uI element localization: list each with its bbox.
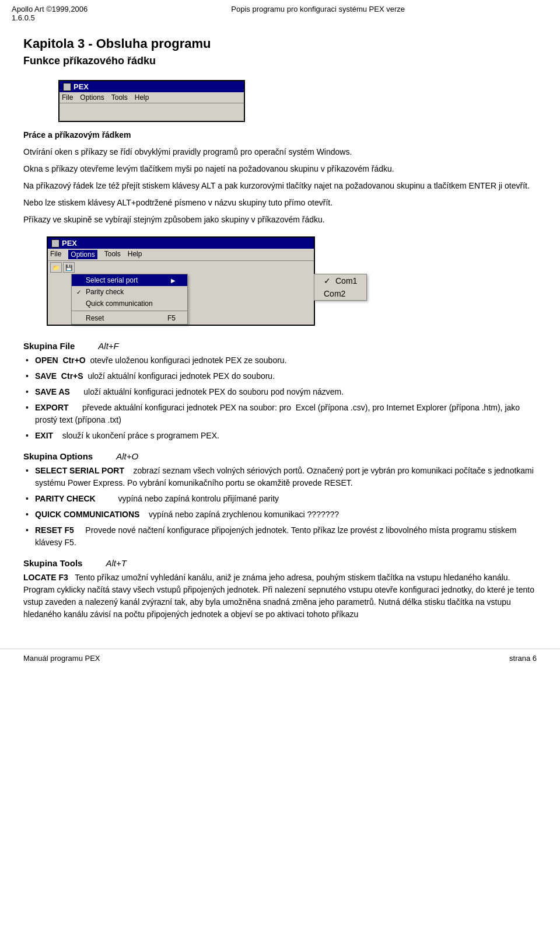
- skupina-file-label: Skupina File: [23, 341, 75, 351]
- menu-options-2[interactable]: Options: [68, 250, 97, 259]
- pex-body-1: [60, 103, 244, 121]
- menu-tools-2[interactable]: Tools: [104, 250, 121, 259]
- menu-file-1[interactable]: File: [62, 93, 73, 102]
- dropdown-label-reset: Reset: [86, 314, 104, 322]
- skupina-file-header: Skupina File Alt+F: [23, 341, 537, 351]
- skupina-options-list: SELECT SERIAL PORT zobrazí seznam všech …: [23, 465, 537, 549]
- pex-titlebar-2: PEX: [48, 238, 314, 249]
- skupina-tools-label: Skupina Tools: [23, 558, 82, 568]
- file-save: SAVE Ctr+S uloží aktuální konfiguraci je…: [23, 370, 537, 382]
- pex-window-icon-2: [51, 239, 60, 248]
- pex-menubar-2[interactable]: File Options Tools Help: [48, 249, 314, 261]
- file-export: EXPORT převede aktuální konfiguraci jedn…: [23, 402, 537, 426]
- menu-file-2[interactable]: File: [50, 250, 61, 259]
- dropdown-label-quick: Quick communication: [86, 299, 153, 308]
- chapter-title: Kapitola 3 - Obsluha programu: [23, 36, 537, 51]
- skupina-file-list: OPEN Ctr+O otevře uloženou konfiguraci j…: [23, 354, 537, 442]
- submenu-com1[interactable]: Com1: [314, 274, 366, 287]
- dropdown-item-reset[interactable]: Reset F5: [72, 312, 187, 324]
- check-parity: ✓: [76, 289, 81, 295]
- options-serial-port: SELECT SERIAL PORT zobrazí seznam všech …: [23, 465, 537, 489]
- section-subtitle: Funkce příkazového řádku: [23, 55, 537, 67]
- serial-submenu[interactable]: Com1 Com2: [314, 274, 367, 301]
- pex-body-2: 📁 💾 Select serial port ▶ ✓ Parity check: [48, 261, 314, 325]
- footer-left: Manuál programu PEX: [23, 654, 100, 663]
- dropdown-item-parity[interactable]: ✓ Parity check: [72, 286, 187, 298]
- pex-title-2: PEX: [62, 239, 77, 248]
- submenu-com2[interactable]: Com2: [314, 287, 366, 300]
- file-save-as: SAVE AS uloží aktuální konfiguraci jedno…: [23, 386, 537, 398]
- menu-options-1[interactable]: Options: [80, 93, 104, 102]
- intro-p4: Na příkazový řádek lze též přejít stiske…: [23, 180, 537, 192]
- options-reset: RESET F5 Provede nové načtení konfigurac…: [23, 524, 537, 549]
- menu-separator: [72, 311, 187, 311]
- menu-help-2[interactable]: Help: [128, 250, 142, 259]
- intro-p3: Okna s příkazy otevřeme levým tlačítkem …: [23, 163, 537, 175]
- reset-shortcut: F5: [167, 314, 176, 322]
- pex-title-1: PEX: [74, 82, 89, 91]
- dropdown-item-quick[interactable]: Quick communication: [72, 298, 187, 309]
- page-footer: Manuál programu PEX strana 6: [0, 649, 560, 667]
- header-center: Popis programu pro konfiguraci systému P…: [88, 5, 548, 13]
- dropdown-label-parity: Parity check: [86, 288, 124, 296]
- arrow-serial: ▶: [171, 277, 176, 284]
- pex-window-icon: [63, 83, 71, 91]
- options-dropdown-area: Select serial port ▶ ✓ Parity check Quic…: [71, 274, 314, 325]
- skupina-file-shortcut: Alt+F: [98, 341, 118, 351]
- header-left: Apollo Art ©1999,2006 1.6.0.5: [12, 5, 88, 22]
- intro-heading: Práce a příkazovým řádkem: [23, 129, 537, 141]
- skupina-options-header: Skupina Options Alt+O: [23, 451, 537, 461]
- version: 1.6.0.5: [12, 13, 35, 22]
- dropdown-label-serial: Select serial port: [86, 276, 138, 284]
- skupina-options-shortcut: Alt+O: [116, 451, 138, 461]
- tools-locate: LOCATE F3 Tento příkaz umožní vyhledání …: [23, 572, 537, 621]
- options-parity: PARITY CHECK vypíná nebo zapíná kontrolu…: [23, 493, 537, 505]
- com1-label: Com1: [335, 276, 357, 285]
- options-quick: QUICK COMMUNICATIONS vypíná nebo zapíná …: [23, 508, 537, 521]
- menu-tools-1[interactable]: Tools: [111, 93, 128, 102]
- menu-help-1[interactable]: Help: [135, 93, 149, 102]
- intro-p6: Příkazy ve skupině se vybírají stejným z…: [23, 214, 537, 226]
- intro-p2: Otvírání oken s příkazy se řídí obvyklým…: [23, 146, 537, 158]
- file-open: OPEN Ctr+O otevře uloženou konfiguraci j…: [23, 354, 537, 367]
- com2-label: Com2: [324, 289, 345, 298]
- copyright: ©1999,2006: [46, 5, 88, 13]
- page-content: Kapitola 3 - Obsluha programu Funkce pří…: [0, 25, 560, 637]
- toolbar-btn-1[interactable]: 📁: [50, 262, 62, 273]
- toolbar-btn-2[interactable]: 💾: [63, 262, 75, 273]
- pex-menubar-1[interactable]: File Options Tools Help: [60, 92, 244, 103]
- skupina-tools-shortcut: Alt+T: [106, 558, 126, 568]
- intro-p5: Nebo lze stiskem klávesy ALT+podtržené p…: [23, 197, 537, 209]
- pex-window-2: PEX File Options Tools Help 📁 💾: [47, 236, 315, 326]
- app-name: Apollo Art: [12, 5, 44, 13]
- skupina-tools-header: Skupina Tools Alt+T: [23, 558, 537, 568]
- pex-window-1: PEX File Options Tools Help: [58, 80, 245, 122]
- skupina-options-label: Skupina Options: [23, 451, 93, 461]
- dropdown-item-serial[interactable]: Select serial port ▶: [72, 274, 187, 286]
- footer-right: strana 6: [509, 654, 537, 663]
- toolbar-row: 📁 💾: [48, 261, 314, 274]
- options-dropdown[interactable]: Select serial port ▶ ✓ Parity check Quic…: [71, 274, 188, 325]
- pex-titlebar-1: PEX: [60, 81, 244, 92]
- file-exit: EXIT slouží k ukončení práce s programem…: [23, 430, 537, 442]
- page-header: Apollo Art ©1999,2006 1.6.0.5 Popis prog…: [0, 0, 560, 25]
